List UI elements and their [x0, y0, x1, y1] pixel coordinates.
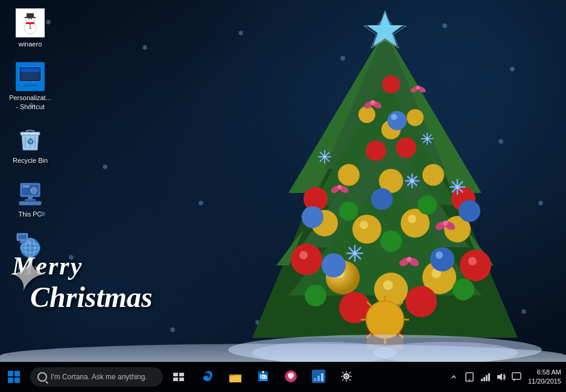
network-tray-icon[interactable]	[479, 370, 492, 384]
svg-point-47	[322, 253, 346, 277]
store-button[interactable]: 🛍 ▼	[250, 362, 276, 392]
start-button[interactable]	[0, 362, 28, 392]
svg-point-26	[358, 106, 375, 123]
task-view-icon	[173, 373, 184, 381]
svg-rect-147	[173, 373, 178, 376]
windows-logo-icon	[8, 371, 20, 383]
svg-point-81	[426, 138, 428, 140]
svg-point-98	[367, 302, 403, 338]
desktop-icon-winaero[interactable]: winaero	[6, 6, 54, 51]
file-explorer-button[interactable]	[222, 362, 249, 392]
svg-line-171	[342, 379, 343, 381]
svg-rect-148	[179, 373, 184, 376]
svg-point-119	[30, 26, 31, 27]
svg-rect-124	[21, 68, 40, 72]
svg-rect-113	[27, 13, 34, 17]
cortana-placeholder: I'm Cortana. Ask me anything.	[51, 373, 147, 381]
svg-point-54	[418, 195, 437, 215]
svg-point-31	[360, 221, 368, 229]
svg-point-33	[291, 244, 322, 275]
personalization-label: Personalizat... - Shortcut	[8, 93, 52, 111]
svg-point-56	[305, 285, 326, 306]
desktop-icon-recycle-bin[interactable]: ♻ Recycle Bin	[6, 122, 54, 167]
action-center-icon[interactable]	[510, 370, 523, 384]
personalization-icon	[16, 62, 45, 91]
svg-point-71	[456, 185, 459, 189]
svg-rect-174	[481, 379, 483, 381]
svg-point-136	[33, 189, 35, 192]
system-clock[interactable]: 6:58 AM 11/20/2015	[528, 368, 561, 387]
svg-rect-145	[19, 242, 25, 243]
svg-point-44	[387, 111, 407, 130]
svg-rect-176	[486, 375, 488, 381]
svg-rect-115	[26, 22, 34, 24]
desktop-icon-this-pc[interactable]: This PC	[6, 176, 54, 221]
taskbar-tray: 6:58 AM 11/20/2015	[442, 362, 566, 392]
svg-point-116	[28, 18, 30, 19]
svg-point-23	[338, 164, 360, 186]
tablet-mode-icon[interactable]	[463, 370, 476, 384]
svg-point-50	[391, 114, 397, 120]
svg-point-13	[376, 20, 394, 38]
recycle-bin-label: Recycle Bin	[13, 156, 48, 165]
task-view-button[interactable]	[165, 362, 192, 392]
svg-point-163	[345, 375, 348, 378]
speaker-icon	[496, 372, 506, 382]
volume-tray-icon[interactable]	[494, 370, 507, 384]
chat-bubble-icon	[512, 372, 521, 382]
svg-point-29	[383, 280, 393, 290]
app1-icon	[284, 370, 297, 383]
clock-time: 6:58 AM	[537, 368, 561, 377]
svg-rect-177	[488, 373, 490, 381]
svg-point-120	[30, 28, 31, 29]
edge-icon	[201, 370, 214, 383]
this-pc-label: This PC	[18, 210, 42, 218]
svg-point-45	[371, 188, 393, 210]
recycle-bin-icon: ♻	[16, 125, 45, 154]
svg-point-173	[469, 379, 470, 381]
svg-point-24	[422, 164, 444, 186]
svg-point-40	[366, 141, 386, 161]
chevron-up-icon	[451, 373, 457, 381]
svg-rect-131	[22, 185, 30, 188]
app1-button[interactable]	[278, 362, 304, 392]
tray-overflow-button[interactable]	[447, 370, 460, 384]
svg-point-41	[396, 138, 416, 158]
taskbar: I'm Cortana. Ask me anything.	[0, 362, 566, 392]
svg-rect-126	[24, 84, 36, 86]
cortana-search[interactable]: I'm Cortana. Ask me anything.	[30, 367, 163, 387]
desktop: ❄ ❄ ❄ ❄ ❄ ❄ ❄ ❄ ❄ ❄ ❄ ❄ ❄ ❄ ❄ ❄ ❄ ❄ ❄ ❄ …	[0, 0, 566, 362]
svg-rect-178	[512, 373, 521, 379]
svg-point-34	[460, 250, 491, 281]
svg-rect-133	[25, 199, 36, 201]
svg-point-27	[407, 109, 424, 126]
christmas-tree	[204, 0, 566, 362]
clock-date: 11/20/2015	[528, 377, 561, 386]
settings-icon	[340, 370, 353, 383]
app2-icon	[312, 370, 325, 383]
svg-point-87	[407, 257, 412, 262]
svg-text:♻: ♻	[27, 137, 34, 147]
svg-rect-149	[173, 378, 178, 381]
svg-point-96	[416, 86, 420, 89]
app2-button[interactable]	[305, 362, 332, 392]
svg-line-170	[349, 372, 351, 373]
desktop-icons-container: winaero Personalizat... - Shortcut	[0, 0, 60, 281]
svg-rect-159	[314, 378, 316, 381]
svg-rect-114	[25, 17, 36, 18]
svg-rect-156	[260, 375, 266, 381]
tablet-icon	[465, 372, 474, 382]
edge-app-button[interactable]	[194, 362, 221, 392]
svg-point-42	[299, 251, 308, 259]
svg-rect-134	[19, 201, 41, 205]
svg-rect-160	[317, 376, 320, 381]
settings-button[interactable]	[333, 362, 360, 392]
desktop-icon-personalization[interactable]: Personalizat... - Shortcut	[6, 60, 54, 113]
svg-rect-127	[21, 132, 40, 135]
this-pc-icon	[16, 179, 45, 207]
network-tray-indicator	[480, 372, 490, 382]
christmas-text: Christmas	[30, 280, 153, 314]
svg-point-118	[30, 24, 31, 25]
svg-point-39	[382, 75, 400, 93]
taskbar-apps: 🛍 ▼	[192, 362, 362, 392]
